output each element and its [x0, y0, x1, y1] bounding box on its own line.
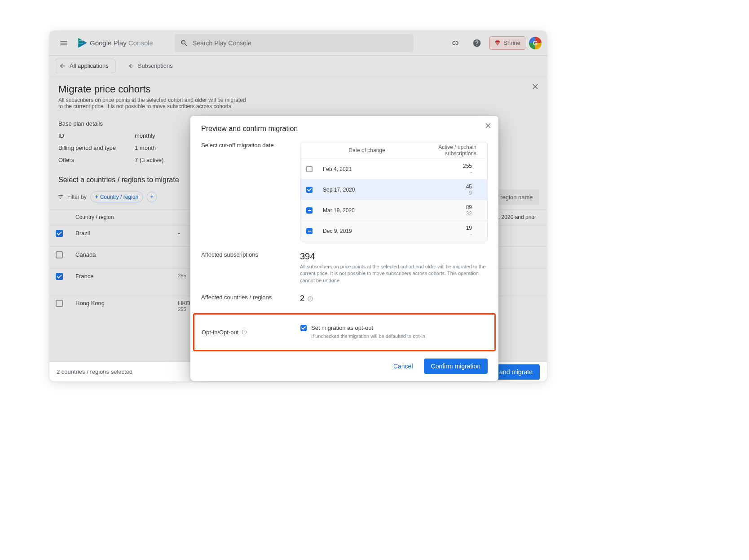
- search-input[interactable]: [175, 34, 414, 52]
- help-icon[interactable]: ?: [241, 329, 247, 335]
- th-active: Active / upchain subscriptions: [415, 144, 487, 157]
- confirm-migration-dialog: Preview and confirm migration Select cut…: [190, 116, 498, 381]
- dialog-close-icon[interactable]: [485, 122, 492, 129]
- opt-out-checkbox[interactable]: Set migration as opt-out: [300, 324, 487, 331]
- dialog-cancel-button[interactable]: Cancel: [386, 359, 420, 374]
- affected-regions-value: 2: [300, 294, 304, 303]
- id-label: ID: [58, 132, 135, 139]
- id-value: monthly: [135, 132, 155, 139]
- affected-subs-label: Affected subscriptions: [201, 251, 286, 284]
- row-checkbox[interactable]: [56, 273, 63, 280]
- filter-chip-add[interactable]: +: [147, 192, 157, 202]
- brand-text-b: Console: [128, 39, 153, 47]
- opt-out-label: Set migration as opt-out: [311, 324, 373, 331]
- offers-value: 7 (3 active): [135, 157, 163, 163]
- country-name: Brazil: [69, 225, 172, 247]
- subscriptions-link[interactable]: Subscriptions: [128, 62, 173, 69]
- help-icon[interactable]: [468, 34, 486, 52]
- opt-help: If unchecked the migration will be defau…: [311, 333, 487, 340]
- date-label: Feb 4, 2021: [318, 166, 415, 172]
- date-checkbox[interactable]: [306, 187, 313, 193]
- all-applications-link[interactable]: All applications: [55, 59, 115, 73]
- arrow-left-icon: [128, 63, 134, 69]
- date-counts: 19-: [415, 225, 487, 237]
- cutoff-date-table: Date of change Active / upchain subscrip…: [300, 142, 488, 241]
- subscriptions-label: Subscriptions: [138, 62, 173, 69]
- selection-count: 2 countries / regions selected: [57, 368, 132, 375]
- cutoff-date-row[interactable]: Dec 9, 2019 19-: [300, 220, 487, 241]
- date-counts: 8932: [415, 204, 487, 217]
- date-counts: 255-: [415, 163, 487, 175]
- filter-chip-country[interactable]: +Country / region: [90, 192, 143, 202]
- country-name: Hong Kong: [69, 295, 172, 317]
- search-field[interactable]: [193, 39, 408, 47]
- play-icon: [77, 38, 87, 48]
- dialog-title: Preview and confirm migration: [201, 125, 488, 133]
- page-title: Migrate price cohorts: [58, 83, 538, 95]
- filter-label: Filter by: [67, 194, 87, 200]
- country-name: France: [69, 268, 172, 295]
- opt-label: Opt-in/Opt-out: [202, 329, 238, 336]
- cutoff-date-row[interactable]: Mar 19, 2020 8932: [300, 200, 487, 220]
- link-icon[interactable]: [446, 34, 464, 52]
- cutoff-date-row[interactable]: Sep 17, 2020 459: [300, 179, 487, 200]
- date-label: Dec 9, 2019: [318, 228, 415, 234]
- play-console-logo[interactable]: Google Play Console: [77, 38, 153, 48]
- opt-in-out-section: Opt-in/Opt-out ? Set migration as opt-ou…: [193, 313, 496, 351]
- date-label: Mar 19, 2020: [318, 207, 415, 214]
- affected-subs-value: 394: [300, 251, 488, 262]
- th-country: Country / region: [69, 210, 172, 225]
- filter-icon: [57, 194, 64, 200]
- date-checkbox[interactable]: [306, 228, 313, 234]
- row-checkbox[interactable]: [56, 230, 63, 237]
- cutoff-label: Select cut-off migration date: [201, 142, 286, 241]
- date-counts: 459: [415, 184, 487, 196]
- google-avatar[interactable]: G: [529, 37, 542, 49]
- app-bar: Google Play Console Shrine G: [49, 31, 547, 56]
- shrine-label: Shrine: [503, 39, 520, 46]
- affected-subs-help: All subscribers on price points at the s…: [300, 263, 488, 284]
- brand-text-a: Google Play: [90, 39, 127, 47]
- shrine-chip[interactable]: Shrine: [489, 36, 525, 50]
- date-label: Sep 17, 2020: [318, 187, 415, 193]
- close-page-icon[interactable]: [532, 83, 540, 91]
- all-applications-label: All applications: [70, 62, 109, 69]
- billing-value: 1 month: [135, 144, 156, 151]
- svg-text:?: ?: [309, 297, 311, 300]
- page-desc: All subscribers on price points at the s…: [58, 97, 251, 109]
- diamond-icon: [494, 40, 501, 46]
- help-icon[interactable]: ?: [307, 296, 313, 302]
- search-icon: [180, 39, 188, 47]
- date-checkbox[interactable]: [306, 166, 313, 172]
- th-date: Date of change: [318, 147, 415, 153]
- confirm-migration-button[interactable]: Confirm migration: [424, 359, 488, 374]
- menu-icon[interactable]: [55, 34, 73, 52]
- cutoff-date-row[interactable]: Feb 4, 2021 255-: [300, 158, 487, 179]
- svg-text:?: ?: [244, 331, 246, 334]
- row-checkbox[interactable]: [56, 300, 63, 307]
- row-checkbox[interactable]: [56, 251, 63, 258]
- affected-regions-label: Affected countries / regions: [201, 294, 286, 303]
- country-name: Canada: [69, 247, 172, 268]
- date-checkbox[interactable]: [306, 207, 313, 214]
- offers-label: Offers: [58, 157, 135, 163]
- billing-label: Billing period and type: [58, 144, 135, 151]
- arrow-left-icon: [59, 62, 66, 70]
- breadcrumb-bar: All applications Subscriptions: [49, 56, 547, 76]
